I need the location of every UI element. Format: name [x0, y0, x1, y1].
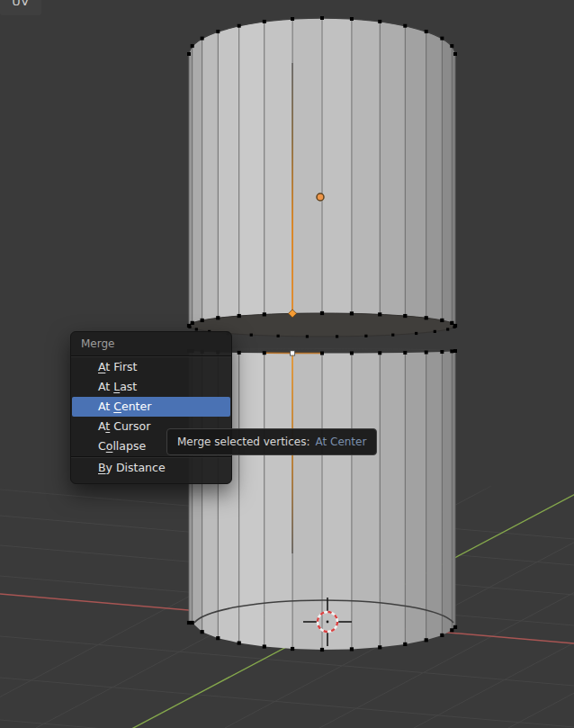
- menu-item-at-center[interactable]: At Center: [72, 397, 230, 417]
- cylinder-top-half: [189, 18, 455, 326]
- blender-3d-viewport: { "header_chip": { "label": "UV" }, "men…: [0, 0, 574, 728]
- menu-item-by-distance[interactable]: By Distance: [72, 458, 230, 478]
- active-vertex: [290, 351, 294, 355]
- menu-item-at-first[interactable]: At First: [72, 357, 230, 377]
- menu-item-at-last[interactable]: At Last: [72, 377, 230, 397]
- menu-title: Merge: [71, 332, 231, 355]
- tooltip-label: Merge selected vertices:: [177, 436, 309, 448]
- status-tooltip: Merge selected vertices: At Center: [166, 428, 377, 455]
- header-menu-uv-label: UV: [12, 0, 29, 15]
- object-origin-dot: [317, 193, 324, 201]
- tooltip-value: At Center: [315, 436, 366, 448]
- header-menu-uv[interactable]: UV: [0, 0, 41, 15]
- merge-context-menu: Merge At First At Last At Center At Curs…: [70, 331, 232, 484]
